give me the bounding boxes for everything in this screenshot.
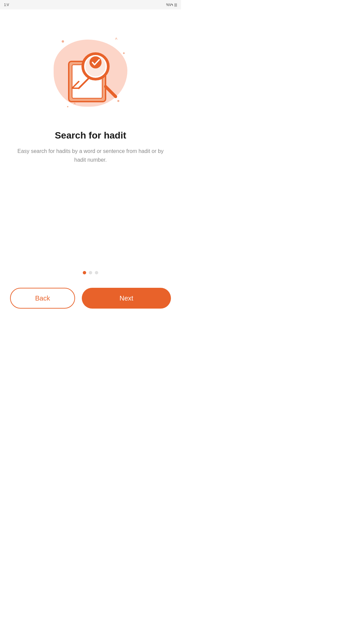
status-time: 1:V [4, 3, 9, 7]
bottom-buttons: Back Next [0, 288, 181, 322]
pagination-dots [83, 271, 98, 274]
illustration-container: ^ ^ [47, 30, 134, 117]
svg-point-6 [89, 56, 102, 68]
status-right: %V٩ ||| [166, 3, 177, 7]
pagination-dot-1 [83, 271, 86, 274]
next-button[interactable]: Next [82, 288, 171, 309]
pagination-dot-3 [95, 271, 98, 274]
svg-line-3 [106, 87, 116, 97]
status-bar: 1:V %V٩ ||| [0, 0, 181, 9]
pagination-dot-2 [89, 271, 92, 274]
back-button[interactable]: Back [10, 288, 75, 309]
text-section: Search for hadit Easy search for hadits … [0, 130, 181, 164]
page-description: Easy search for hadits by a word or sent… [13, 147, 168, 164]
status-left: 1:V [4, 3, 9, 7]
page-title: Search for hadit [13, 130, 168, 141]
main-content: ^ ^ Search for hadit Easy search for had… [0, 9, 181, 322]
search-hadit-illustration [54, 36, 127, 110]
status-battery: %V٩ [166, 3, 173, 7]
status-signal: ||| [174, 3, 177, 7]
